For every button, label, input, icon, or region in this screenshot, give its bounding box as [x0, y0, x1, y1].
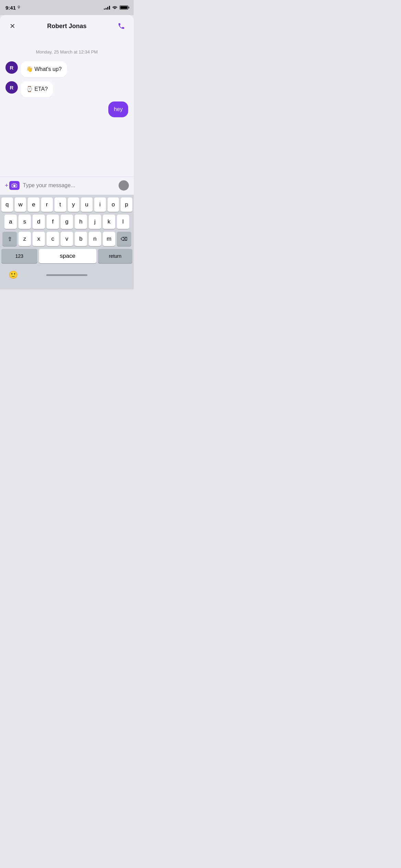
send-icon [121, 183, 126, 188]
message-row: R 👋 What's up? [5, 61, 128, 77]
key-l[interactable]: l [117, 215, 129, 229]
key-b[interactable]: b [75, 232, 87, 246]
key-w[interactable]: w [15, 197, 26, 212]
key-c[interactable]: c [47, 232, 59, 246]
avatar-letter: R [10, 85, 14, 91]
keyboard-row-2: a s d f g h j k l [1, 215, 132, 229]
shift-key[interactable]: ⇧ [2, 232, 17, 246]
key-e[interactable]: e [28, 197, 39, 212]
shift-icon: ⇧ [8, 236, 12, 242]
key-r[interactable]: r [41, 197, 53, 212]
key-o[interactable]: o [108, 197, 119, 212]
avatar: R [5, 61, 18, 74]
input-area: + [0, 177, 134, 195]
key-f[interactable]: f [47, 215, 59, 229]
key-h[interactable]: h [75, 215, 87, 229]
phone-button[interactable] [116, 21, 127, 32]
avatar: R [5, 81, 18, 94]
wifi-icon [112, 5, 118, 10]
key-p[interactable]: p [121, 197, 132, 212]
avatar-letter: R [10, 65, 14, 71]
return-key[interactable]: return [98, 249, 132, 263]
date-label: Monday, 25 March at 12:34 PM [5, 49, 128, 55]
numbers-key[interactable]: 123 [1, 249, 37, 263]
home-bar [46, 274, 87, 276]
home-indicator [19, 274, 114, 276]
chat-header: ✕ Robert Jonas [0, 15, 134, 36]
message-bubble: ⌚ ETA? [21, 81, 53, 97]
chat-window: ✕ Robert Jonas Monday, 25 March at 12:34… [0, 15, 134, 289]
keyboard-row-4: 123 space return [1, 249, 132, 263]
message-row: R ⌚ ETA? [5, 81, 128, 97]
key-s[interactable]: s [19, 215, 31, 229]
space-key[interactable]: space [39, 249, 96, 263]
battery-icon [120, 5, 128, 10]
bottom-bar: 🙂 [1, 266, 132, 288]
phone-icon [118, 22, 125, 30]
key-x[interactable]: x [33, 232, 45, 246]
keyboard-row-1: q w e r t y u i o p [1, 197, 132, 212]
key-j[interactable]: j [89, 215, 101, 229]
media-button[interactable]: + [5, 181, 20, 190]
key-g[interactable]: g [61, 215, 73, 229]
camera-icon [9, 181, 20, 190]
location-icon [17, 5, 21, 10]
message-bubble-sent: hey [108, 101, 128, 117]
messages-area: Monday, 25 March at 12:34 PM R 👋 What's … [0, 36, 134, 177]
emoji-button[interactable]: 🙂 [7, 269, 19, 281]
key-a[interactable]: a [4, 215, 17, 229]
message-bubble: 👋 What's up? [21, 61, 67, 77]
keyboard-row-3: ⇧ z x c v b n m ⌫ [1, 232, 132, 246]
key-v[interactable]: v [61, 232, 73, 246]
key-i[interactable]: i [94, 197, 106, 212]
message-input[interactable] [23, 182, 115, 189]
key-u[interactable]: u [81, 197, 93, 212]
key-y[interactable]: y [68, 197, 80, 212]
backspace-key[interactable]: ⌫ [117, 232, 131, 246]
backspace-icon: ⌫ [121, 236, 127, 242]
signal-icon [104, 5, 110, 10]
key-d[interactable]: d [33, 215, 45, 229]
status-right [104, 5, 128, 10]
camera-svg [12, 183, 17, 188]
plus-icon: + [5, 182, 9, 189]
key-t[interactable]: t [54, 197, 66, 212]
keyboard: q w e r t y u i o p a s d f g h j k l ⇧ [0, 195, 134, 289]
key-q[interactable]: q [1, 197, 13, 212]
message-row-sent: hey [5, 101, 128, 117]
chat-title: Robert Jonas [47, 23, 86, 30]
status-bar: 9:41 [0, 0, 134, 15]
close-icon: ✕ [10, 23, 15, 29]
send-button[interactable] [119, 180, 129, 191]
key-n[interactable]: n [89, 232, 101, 246]
svg-point-2 [121, 183, 126, 188]
status-time: 9:41 [5, 5, 21, 11]
close-button[interactable]: ✕ [7, 21, 18, 32]
key-z[interactable]: z [19, 232, 31, 246]
key-k[interactable]: k [103, 215, 115, 229]
key-m[interactable]: m [103, 232, 115, 246]
